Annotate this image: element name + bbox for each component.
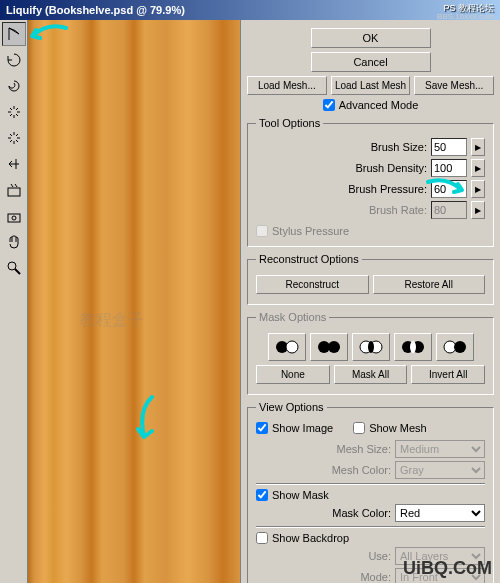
- show-image-label: Show Image: [272, 422, 333, 434]
- cancel-button[interactable]: Cancel: [311, 52, 431, 72]
- tool-toolbar: [0, 20, 28, 583]
- brush-pressure-input[interactable]: [431, 180, 467, 198]
- svg-point-3: [8, 262, 16, 270]
- brush-size-label: Brush Size:: [371, 141, 427, 153]
- mesh-color-select: Gray: [395, 461, 485, 479]
- svg-point-8: [328, 341, 340, 353]
- advanced-mode-checkbox[interactable]: [323, 99, 335, 111]
- mask-color-label: Mask Color:: [332, 507, 391, 519]
- stylus-pressure-checkbox: [256, 225, 268, 237]
- mesh-color-label: Mesh Color:: [332, 464, 391, 476]
- brush-density-stepper[interactable]: ▶: [471, 159, 485, 177]
- mask-all-button[interactable]: Mask All: [334, 365, 408, 384]
- view-options-legend: View Options: [256, 401, 327, 413]
- ok-button[interactable]: OK: [311, 28, 431, 48]
- mask-subtract-icon[interactable]: [352, 333, 390, 361]
- invert-all-button[interactable]: Invert All: [411, 365, 485, 384]
- brush-size-stepper[interactable]: ▶: [471, 138, 485, 156]
- mesh-size-select: Medium: [395, 440, 485, 458]
- brush-density-label: Brush Density:: [355, 162, 427, 174]
- push-left-tool[interactable]: [2, 152, 26, 176]
- reconstruct-tool[interactable]: [2, 48, 26, 72]
- reconstruct-button[interactable]: Reconstruct: [256, 275, 369, 294]
- mode-select: In Front: [395, 568, 485, 583]
- show-image-checkbox[interactable]: [256, 422, 268, 434]
- reconstruct-options-group: Reconstruct Options Reconstruct Restore …: [247, 253, 494, 305]
- brush-pressure-stepper[interactable]: ▶: [471, 180, 485, 198]
- svg-rect-0: [8, 188, 20, 196]
- mask-options-legend: Mask Options: [256, 311, 329, 323]
- mask-replace-icon[interactable]: [268, 333, 306, 361]
- reconstruct-legend: Reconstruct Options: [256, 253, 362, 265]
- pucker-tool[interactable]: [2, 100, 26, 124]
- show-mask-label: Show Mask: [272, 489, 329, 501]
- mask-options-group: Mask Options None Mask All Invert All: [247, 311, 494, 395]
- save-mesh-button[interactable]: Save Mesh...: [414, 76, 494, 95]
- options-panel: OK Cancel Load Mesh... Load Last Mesh Sa…: [240, 20, 500, 583]
- show-mesh-checkbox[interactable]: [353, 422, 365, 434]
- title-bar: Liquify (Bookshelve.psd @ 79.9%): [0, 0, 500, 20]
- brush-rate-input: [431, 201, 467, 219]
- load-last-mesh-button[interactable]: Load Last Mesh: [331, 76, 411, 95]
- bloat-tool[interactable]: [2, 126, 26, 150]
- mask-color-select[interactable]: Red: [395, 504, 485, 522]
- brush-rate-stepper: ▶: [471, 201, 485, 219]
- show-backdrop-checkbox[interactable]: [256, 532, 268, 544]
- forward-warp-tool[interactable]: [2, 22, 26, 46]
- svg-point-6: [286, 341, 298, 353]
- show-backdrop-label: Show Backdrop: [272, 532, 349, 544]
- view-options-group: View Options Show Image Show Mesh Mesh S…: [247, 401, 494, 583]
- tool-options-legend: Tool Options: [256, 117, 323, 129]
- zoom-tool[interactable]: [2, 256, 26, 280]
- show-mesh-label: Show Mesh: [369, 422, 426, 434]
- freeze-mask-tool[interactable]: [2, 178, 26, 202]
- svg-point-16: [454, 341, 466, 353]
- mask-intersect-icon[interactable]: [394, 333, 432, 361]
- mask-none-button[interactable]: None: [256, 365, 330, 384]
- use-select: All Layers: [395, 547, 485, 565]
- svg-rect-1: [8, 214, 20, 222]
- load-mesh-button[interactable]: Load Mesh...: [247, 76, 327, 95]
- hand-tool[interactable]: [2, 230, 26, 254]
- svg-point-14: [410, 341, 416, 353]
- brush-rate-label: Brush Rate:: [369, 204, 427, 216]
- restore-all-button[interactable]: Restore All: [373, 275, 486, 294]
- svg-line-4: [15, 269, 20, 274]
- svg-point-11: [368, 341, 374, 353]
- mask-invert-icon[interactable]: [436, 333, 474, 361]
- window-title: Liquify (Bookshelve.psd @ 79.9%): [6, 4, 185, 16]
- tool-options-group: Tool Options Brush Size: ▶ Brush Density…: [247, 117, 494, 247]
- mesh-size-label: Mesh Size:: [337, 443, 391, 455]
- use-label: Use:: [368, 550, 391, 562]
- brush-density-input[interactable]: [431, 159, 467, 177]
- preview-canvas[interactable]: [28, 20, 240, 583]
- mode-label: Mode:: [360, 571, 391, 583]
- thaw-mask-tool[interactable]: [2, 204, 26, 228]
- advanced-mode-label: Advanced Mode: [339, 99, 419, 111]
- brush-size-input[interactable]: [431, 138, 467, 156]
- show-mask-checkbox[interactable]: [256, 489, 268, 501]
- svg-point-2: [12, 216, 16, 220]
- stylus-pressure-label: Stylus Pressure: [272, 225, 349, 237]
- mask-add-icon[interactable]: [310, 333, 348, 361]
- brush-pressure-label: Brush Pressure:: [348, 183, 427, 195]
- twirl-tool[interactable]: [2, 74, 26, 98]
